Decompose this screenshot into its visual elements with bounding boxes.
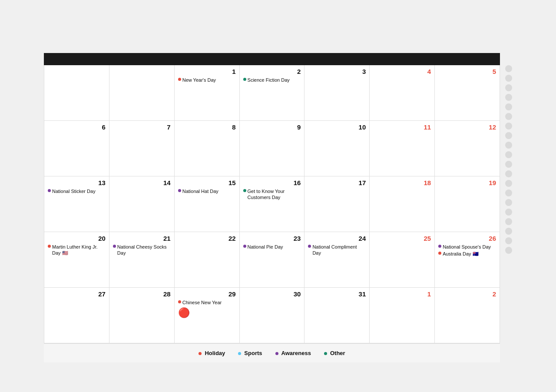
event-label: Science Fiction Day	[248, 77, 290, 83]
day-number: 6	[48, 123, 106, 131]
day-number: 26	[438, 235, 496, 242]
calendar-header	[44, 13, 500, 53]
holiday-dot	[178, 300, 181, 303]
sidebar-dot	[505, 189, 512, 196]
calendar-cell: 18	[370, 176, 435, 232]
day-number: 12	[438, 123, 496, 131]
calendar-event: National Cheesy Socks Day	[113, 244, 171, 256]
calendar-cell: 9	[240, 121, 305, 176]
event-label: National Spouse's Day	[443, 244, 491, 250]
calendar-cell: 19	[435, 176, 500, 232]
legend-item-sports: Sports	[238, 350, 262, 356]
day-number: 18	[373, 179, 431, 186]
day-number: 10	[308, 123, 366, 131]
sidebar-dot	[505, 75, 512, 82]
holiday-dot	[438, 252, 441, 255]
day-number: 2	[438, 290, 496, 298]
day-number: 21	[113, 235, 171, 242]
sidebar-dot	[505, 151, 512, 158]
day-number: 1	[373, 290, 431, 298]
calendar-cell: 15National Hat Day	[175, 176, 240, 232]
day-headers-row	[44, 53, 500, 65]
day-number: 9	[243, 123, 301, 131]
event-label: Martin Luther King Jr. Day 🇺🇸	[52, 244, 106, 256]
sidebar-dot	[505, 113, 512, 120]
calendar-cell: 26National Spouse's DayAustralia Day 🇦🇺	[435, 232, 500, 288]
sidebar-dot	[505, 103, 512, 110]
calendar-cell: 2	[435, 288, 500, 343]
calendar-cell: 17	[304, 176, 370, 232]
day-header-wed	[174, 53, 239, 65]
calendar-cell: 29Chinese New Year🔴	[175, 288, 240, 343]
sidebar-dot	[505, 161, 512, 168]
calendar-cell: 5	[435, 65, 500, 121]
sidebar-dot	[505, 218, 512, 225]
calendar-event: National Sticker Day	[48, 188, 106, 194]
calendar-cell: 20Martin Luther King Jr. Day 🇺🇸	[44, 232, 109, 288]
calendar-cell: 23National Pie Day	[240, 232, 305, 288]
event-label: National Hat Day	[182, 188, 218, 194]
calendar-event: New Year's Day	[178, 77, 236, 83]
day-header-thu	[239, 53, 304, 65]
legend-item-holiday: Holiday	[199, 350, 225, 356]
legend-dot-awareness	[275, 352, 278, 355]
sidebar-dot	[505, 142, 512, 149]
sidebar-dot	[505, 228, 512, 235]
calendar-cell: 13National Sticker Day	[44, 176, 109, 232]
event-label: Australia Day 🇦🇺	[443, 251, 478, 257]
calendar-container: 1New Year's Day2Science Fiction Day34567…	[44, 13, 500, 362]
calendar-cell: 4	[370, 65, 435, 121]
sidebar	[505, 13, 512, 254]
calendar-event: Get to Know Your Customers Day	[243, 188, 301, 201]
calendar-cell: 31	[304, 288, 370, 343]
calendar-event: National Spouse's Day	[438, 244, 496, 250]
other-dot	[243, 189, 246, 192]
calendar-event: Australia Day 🇦🇺	[438, 251, 496, 257]
day-number: 31	[308, 290, 366, 298]
day-number: 14	[113, 179, 171, 186]
day-number: 23	[243, 235, 301, 242]
event-label: National Pie Day	[248, 244, 283, 250]
day-number: 20	[48, 235, 106, 242]
legend-dot-other	[324, 352, 327, 355]
calendar-cell: 1	[370, 288, 435, 343]
day-number: 5	[438, 68, 496, 75]
legend-item-awareness: Awareness	[275, 350, 311, 356]
legend: HolidaySportsAwarenessOther	[44, 343, 500, 362]
calendar-cell: 16Get to Know Your Customers Day	[240, 176, 305, 232]
holiday-dot	[48, 245, 51, 248]
sidebar-dot	[505, 237, 512, 244]
other-dot	[243, 78, 246, 81]
legend-label: Holiday	[205, 350, 225, 356]
day-number: 30	[243, 290, 301, 298]
day-number: 3	[308, 68, 366, 75]
day-number: 4	[373, 68, 431, 75]
day-number: 28	[113, 290, 171, 298]
day-number: 11	[373, 123, 431, 131]
sidebar-dot	[505, 199, 512, 206]
sidebar-dot	[505, 84, 512, 91]
day-number: 29	[178, 290, 236, 298]
day-header-sat	[370, 53, 435, 65]
calendar-event: Science Fiction Day	[243, 77, 301, 83]
calendar-cell: 21National Cheesy Socks Day	[109, 232, 175, 288]
calendar-cell: 25	[370, 232, 435, 288]
sidebar-dot	[505, 132, 512, 139]
day-number: 19	[438, 179, 496, 186]
sidebar-dot	[505, 209, 512, 216]
day-number: 13	[48, 179, 106, 186]
header-month-year	[53, 22, 56, 49]
day-number: 8	[178, 123, 236, 131]
day-number: 22	[178, 235, 236, 242]
awareness-dot	[113, 245, 116, 248]
sidebar-dot	[505, 123, 512, 130]
awareness-dot	[243, 245, 246, 248]
calendar-cell: 30	[240, 288, 305, 343]
legend-label: Other	[330, 350, 345, 356]
day-number: 17	[308, 179, 366, 186]
calendar-grid: 1New Year's Day2Science Fiction Day34567…	[44, 65, 500, 343]
event-emoji: 🔴	[178, 307, 236, 319]
event-label: National Cheesy Socks Day	[117, 244, 171, 256]
calendar-cell: 2Science Fiction Day	[240, 65, 305, 121]
calendar-cell: 27	[44, 288, 109, 343]
